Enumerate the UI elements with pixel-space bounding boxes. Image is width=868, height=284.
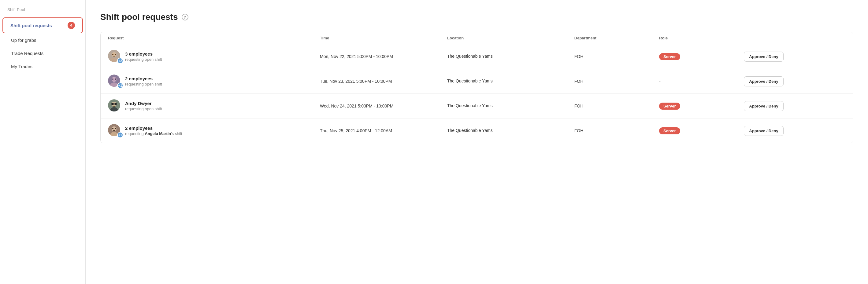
- col-department: Department: [575, 36, 659, 40]
- location-cell: The Questionable Yams: [447, 54, 575, 60]
- dept-cell: FOH: [575, 54, 659, 59]
- table-row: +1 2 employees requesting open shift Tue…: [101, 69, 853, 94]
- role-cell: Server: [659, 53, 744, 60]
- avatar-group: +1: [108, 74, 121, 88]
- bold-name: Angela Martin: [145, 131, 171, 136]
- svg-point-8: [112, 78, 114, 80]
- request-info: Andy Dwyer requesting open shift: [125, 101, 162, 111]
- sidebar-item-shift-pool-requests[interactable]: Shift pool requests 4: [2, 17, 83, 33]
- approve-deny-button[interactable]: Approve / Deny: [744, 101, 783, 111]
- sidebar-item-my-trades[interactable]: My Trades: [4, 60, 82, 73]
- time-cell: Thu, Nov 25, 2021 4:00PM - 12:00AM: [320, 128, 447, 133]
- request-cell: +1 2 employees requesting Angela Martin'…: [108, 124, 320, 137]
- request-cell: +2 3 employees requesting open shift: [108, 50, 320, 63]
- location-cell: The Questionable Yams: [447, 78, 575, 84]
- role-badge: Server: [659, 103, 680, 110]
- request-name: 2 employees: [125, 126, 182, 131]
- main-content: Shift pool requests ? Request Time Locat…: [86, 0, 868, 284]
- svg-point-3: [112, 54, 114, 55]
- svg-point-19: [112, 128, 114, 129]
- dept-cell: FOH: [575, 79, 659, 84]
- role-cell-dash: -: [659, 79, 744, 84]
- action-cell: Approve / Deny: [744, 51, 846, 62]
- sidebar-section-title: Shift Pool: [0, 7, 85, 17]
- avatar-group: +2: [108, 50, 121, 63]
- time-cell: Mon, Nov 22, 2021 5:00PM - 10:00PM: [320, 54, 447, 59]
- svg-rect-13: [111, 103, 114, 105]
- svg-point-20: [115, 128, 116, 129]
- location-cell: The Questionable Yams: [447, 103, 575, 109]
- col-role: Role: [659, 36, 744, 40]
- table-row: +2 3 employees requesting open shift Mon…: [101, 44, 853, 69]
- page-header: Shift pool requests ?: [100, 12, 853, 22]
- request-sub: requesting open shift: [125, 57, 162, 62]
- sidebar-item-label: Up for grabs: [11, 38, 36, 43]
- request-sub: requesting open shift: [125, 82, 162, 86]
- count-badge: +1: [117, 82, 123, 88]
- avatar-group: [108, 99, 121, 113]
- request-name: 3 employees: [125, 51, 162, 57]
- request-info: 2 employees requesting Angela Martin's s…: [125, 126, 182, 136]
- avatar: [108, 99, 120, 111]
- sidebar-item-label: Shift pool requests: [10, 23, 52, 28]
- sidebar: Shift Pool Shift pool requests 4 Up for …: [0, 0, 86, 284]
- request-cell: +1 2 employees requesting open shift: [108, 74, 320, 88]
- svg-rect-14: [114, 103, 117, 105]
- approve-deny-button[interactable]: Approve / Deny: [744, 126, 783, 136]
- table-row: +1 2 employees requesting Angela Martin'…: [101, 118, 853, 143]
- dept-cell: FOH: [575, 128, 659, 133]
- request-name: Andy Dwyer: [125, 101, 162, 106]
- request-info: 2 employees requesting open shift: [125, 76, 162, 86]
- svg-point-4: [115, 54, 116, 55]
- table-header: Request Time Location Department Role: [101, 32, 853, 44]
- help-icon[interactable]: ?: [182, 14, 188, 21]
- action-cell: Approve / Deny: [744, 101, 846, 111]
- dept-cell: FOH: [575, 104, 659, 108]
- approve-deny-button[interactable]: Approve / Deny: [744, 76, 783, 86]
- table-row: Andy Dwyer requesting open shift Wed, No…: [101, 94, 853, 118]
- time-cell: Tue, Nov 23, 2021 5:00PM - 10:00PM: [320, 79, 447, 84]
- role-cell: Server: [659, 127, 744, 134]
- request-sub: requesting open shift: [125, 107, 162, 111]
- col-time: Time: [320, 36, 447, 40]
- role-cell: Server: [659, 103, 744, 110]
- sidebar-badge: 4: [68, 22, 75, 29]
- request-name: 2 employees: [125, 76, 162, 81]
- role-badge: Server: [659, 127, 680, 134]
- action-cell: Approve / Deny: [744, 76, 846, 86]
- count-badge: +1: [117, 132, 123, 138]
- request-sub: requesting Angela Martin's shift: [125, 131, 182, 136]
- col-location: Location: [447, 36, 575, 40]
- avatar-group: +1: [108, 124, 121, 137]
- request-info: 3 employees requesting open shift: [125, 51, 162, 62]
- requests-table: Request Time Location Department Role: [100, 32, 853, 143]
- sidebar-item-label: Trade Requests: [11, 51, 43, 56]
- role-badge: Server: [659, 53, 680, 60]
- action-cell: Approve / Deny: [744, 126, 846, 136]
- location-cell: The Questionable Yams: [447, 128, 575, 134]
- sidebar-item-up-for-grabs[interactable]: Up for grabs: [4, 34, 82, 46]
- time-cell: Wed, Nov 24, 2021 5:00PM - 10:00PM: [320, 104, 447, 108]
- col-request: Request: [108, 36, 320, 40]
- count-badge: +2: [117, 58, 123, 64]
- svg-point-9: [115, 78, 116, 80]
- page-title: Shift pool requests: [100, 12, 178, 22]
- sidebar-item-trade-requests[interactable]: Trade Requests: [4, 47, 82, 60]
- request-cell: Andy Dwyer requesting open shift: [108, 99, 320, 113]
- col-action: [744, 36, 846, 40]
- approve-deny-button[interactable]: Approve / Deny: [744, 51, 783, 62]
- sidebar-item-label: My Trades: [11, 64, 32, 69]
